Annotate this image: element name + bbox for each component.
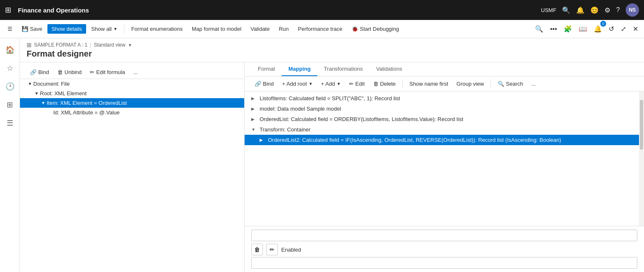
top-nav: ⊞ Finance and Operations USMF 🔍 🔔 😊 ⚙ ? … [0, 0, 644, 20]
expand-button[interactable]: ⤢ [618, 22, 629, 35]
search-button[interactable]: 🔍 Search [494, 79, 526, 89]
sidebar-list-icon[interactable]: ☰ [2, 115, 18, 131]
tree-label-document: Document: File [33, 81, 69, 87]
close-button[interactable]: ✕ [630, 22, 641, 35]
mapping-item-transform[interactable]: ▼ Transform: Container [245, 124, 639, 135]
validate-button[interactable]: Validate [246, 24, 274, 34]
main-toolbar: ☰ 💾 Save Show details Show all ▼ Format … [0, 20, 644, 38]
bell-icon[interactable]: 🔔 [576, 6, 585, 14]
add-button[interactable]: + Add ▼ [318, 79, 344, 89]
tab-transformations[interactable]: Transformations [317, 62, 369, 76]
toolbar-search-button[interactable]: 🔍 [533, 22, 546, 35]
tree-item-document[interactable]: ▼ Document: File [20, 79, 244, 89]
mapping-item-listofitems[interactable]: ▶ ListofItems: Calculated field = SPLIT(… [245, 93, 639, 104]
settings-icon[interactable]: ⚙ [604, 6, 610, 14]
help-icon[interactable]: ? [616, 6, 620, 14]
scrollbar-thumb[interactable] [640, 100, 643, 150]
tree-item-root[interactable]: ▼ Root: XML Element [20, 89, 244, 98]
sidebar-recent-icon[interactable]: 🕐 [2, 78, 18, 95]
page-header: ⊞ SAMPLE FORMAT A : 1 | Standard view ▼ … [20, 38, 644, 62]
tab-validations[interactable]: Validations [369, 62, 409, 76]
delete-button[interactable]: 🗑 Delete [370, 79, 399, 89]
sidebar-star-icon[interactable]: ☆ [2, 60, 18, 77]
expand-icon-orderedlist: ▶ [251, 117, 258, 121]
view-label[interactable]: Standard view [94, 42, 125, 48]
tree-label-item: Item: XML Element = OrderedList [47, 100, 127, 106]
filter-icon[interactable]: ⊞ [27, 42, 32, 48]
book-icon-button[interactable]: 📖 [576, 22, 590, 35]
search-icon: 🔍 [498, 81, 504, 87]
bind-button[interactable]: 🔗 Bind [27, 67, 52, 77]
tab-bar: Format Mapping Transformations Validatio… [245, 62, 644, 77]
mapping-tree-area: ▶ ListofItems: Calculated field = SPLIT(… [245, 91, 644, 226]
format-tree: ▼ Document: File ▼ Root: XML Element ▼ I… [20, 79, 244, 117]
main-layout: 🏠 ☆ 🕐 ⊞ ☰ ⊞ SAMPLE FORMAT A : 1 | Standa… [0, 38, 644, 272]
bottom-delete-button[interactable]: 🗑 [251, 244, 263, 255]
breadcrumb: ⊞ SAMPLE FORMAT A : 1 | Standard view ▼ [27, 42, 637, 48]
tree-item-item[interactable]: ▼ Item: XML Element = OrderedList [20, 98, 244, 108]
edit-formula-button[interactable]: ✏ Edit formula [87, 67, 128, 77]
show-details-button[interactable]: Show details [47, 24, 87, 34]
mapping-bind-icon: 🔗 [255, 81, 261, 87]
tree-arrow-item: ▼ [40, 101, 47, 105]
map-format-button[interactable]: Map format to model [188, 24, 245, 34]
more-options-button[interactable]: ... [130, 67, 141, 77]
mt-separator2 [490, 80, 491, 88]
enabled-value-input[interactable] [251, 257, 637, 269]
two-panel: 🔗 Bind 🗑 Unbind ✏ Edit formula ... [20, 62, 644, 272]
debug-icon: 🐞 [352, 26, 358, 32]
tree-arrow-root: ▼ [33, 91, 40, 96]
mapping-more-button[interactable]: ... [528, 79, 539, 89]
mt-separator [402, 80, 403, 88]
mapping-item-orderedlist[interactable]: ▶ OrderedList: Calculated field = ORDERB… [245, 114, 639, 124]
bottom-edit-button[interactable]: ✏ [266, 244, 278, 255]
tab-mapping[interactable]: Mapping [282, 62, 317, 76]
app-grid-icon[interactable]: ⊞ [5, 5, 11, 15]
add-root-chevron: ▼ [309, 82, 313, 86]
tree-item-id-attr[interactable]: Id: XML Attribute = @.Value [20, 108, 244, 117]
sidebar-home-icon[interactable]: 🏠 [2, 42, 18, 58]
performance-trace-button[interactable]: Performance trace [294, 24, 347, 34]
view-chevron-icon[interactable]: ▼ [128, 43, 132, 47]
add-root-button[interactable]: + Add root ▼ [279, 79, 316, 89]
show-name-first-button[interactable]: Show name first [406, 79, 451, 89]
group-view-button[interactable]: Group view [453, 79, 487, 89]
sidebar-grid-icon[interactable]: ⊞ [2, 96, 18, 113]
tree-arrow-id [47, 110, 53, 115]
show-all-button[interactable]: Show all ▼ [87, 24, 121, 34]
emoji-icon[interactable]: 😊 [590, 6, 599, 14]
toolbar-right: 🔍 ••• 🧩 📖 🔔 0 ↺ ⤢ ✕ [533, 22, 641, 35]
save-icon: 💾 [22, 26, 28, 32]
nav-right: USMF 🔍 🔔 😊 ⚙ ? NS [541, 3, 639, 17]
hamburger-button[interactable]: ☰ [3, 24, 17, 34]
format-panel: 🔗 Bind 🗑 Unbind ✏ Edit formula ... [20, 62, 245, 272]
hamburger-icon: ☰ [7, 26, 12, 32]
bottom-text-input[interactable] [251, 230, 637, 241]
vertical-scrollbar[interactable] [639, 91, 644, 226]
search-icon[interactable]: 🔍 [562, 6, 570, 14]
avatar[interactable]: NS [626, 3, 639, 17]
save-button[interactable]: 💾 Save [17, 24, 47, 34]
page-title: Format designer [27, 49, 637, 59]
run-button[interactable]: Run [275, 24, 293, 34]
mapping-bind-button[interactable]: 🔗 Bind [251, 79, 277, 89]
unbind-button[interactable]: 🗑 Unbind [54, 67, 85, 77]
mapping-label-orderedlist2: OrderedList2: Calculated field = IF(IsAs… [268, 137, 632, 143]
refresh-button[interactable]: ↺ [606, 22, 617, 35]
toolbar-more-button[interactable]: ••• [547, 23, 560, 35]
tab-format[interactable]: Format [251, 62, 282, 76]
bottom-actions: 🗑 ✏ Enabled [251, 244, 637, 255]
edit-button[interactable]: ✏ Edit [346, 79, 368, 89]
format-enumerations-button[interactable]: Format enumerations [127, 24, 187, 34]
tree-arrow-document: ▼ [27, 82, 33, 86]
bind-icon: 🔗 [30, 69, 37, 75]
content-area: ⊞ SAMPLE FORMAT A : 1 | Standard view ▼ … [20, 38, 644, 272]
mapping-label-model: model: Data model Sample model [260, 106, 632, 112]
expand-icon-orderedlist2: ▶ [260, 138, 266, 142]
mapping-item-model[interactable]: ▶ model: Data model Sample model [245, 104, 639, 114]
mapping-label-listofitems: ListofItems: Calculated field = SPLIT("A… [260, 95, 632, 101]
start-debugging-button[interactable]: 🐞 Start Debugging [347, 24, 403, 34]
mapping-toolbar: 🔗 Bind + Add root ▼ + Add ▼ ✏ Edit [245, 77, 644, 91]
mapping-item-orderedlist2[interactable]: ▶ OrderedList2: Calculated field = IF(Is… [245, 135, 639, 145]
puzzle-icon-button[interactable]: 🧩 [561, 22, 575, 35]
